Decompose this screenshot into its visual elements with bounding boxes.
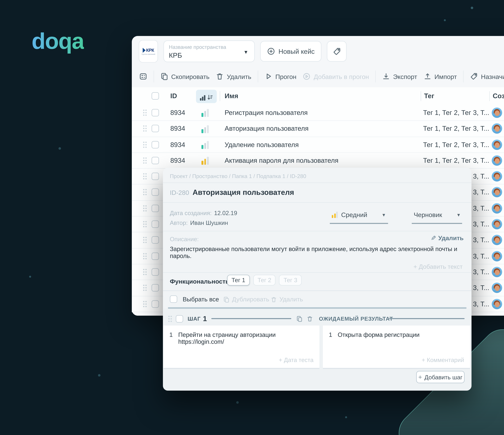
breadcrumb[interactable]: Проект / Пространство / Папка 1 / Подпап… [170, 173, 306, 179]
priority-bars-icon [201, 141, 208, 149]
import-button[interactable]: Импорт [423, 72, 457, 80]
window-chrome: КРК Группа компаний Название пространств… [132, 36, 504, 88]
row-checkbox[interactable] [152, 284, 159, 292]
row-checkbox[interactable] [152, 189, 159, 196]
status-dropdown[interactable]: Черновик ▼ [414, 211, 461, 218]
drag-handle-icon[interactable] [143, 284, 147, 292]
delete-button[interactable]: Удалить [216, 72, 251, 80]
table-row[interactable]: 8934 Регистрация пользователя Тег 1, Тег… [132, 105, 504, 121]
row-checkbox[interactable] [152, 205, 159, 212]
drag-handle-icon[interactable] [143, 220, 147, 228]
view-grid-button[interactable] [139, 72, 147, 80]
copy-icon [223, 296, 230, 303]
play-icon [264, 72, 272, 80]
new-case-label: Новый кейс [279, 48, 315, 55]
row-checkbox[interactable] [152, 173, 159, 180]
column-header-tag[interactable]: Тег [424, 87, 434, 105]
table-row[interactable]: 8934 Авторизация пользователя Тег 1, Тег… [132, 121, 504, 137]
row-name[interactable]: Активация пароля для пользователя [225, 153, 339, 168]
row-checkbox[interactable] [152, 109, 159, 116]
assign-tags-button[interactable]: Назначить Теги [470, 72, 504, 80]
drag-handle-icon[interactable] [143, 109, 147, 116]
priority-dropdown[interactable]: Средний ▼ [332, 211, 386, 218]
functionality-label: Функциональность: [170, 278, 231, 285]
add-text-button[interactable]: + Добавить текст [414, 263, 463, 270]
priority-bars-icon [201, 157, 208, 165]
tag-chip[interactable]: Тег 1 [227, 275, 250, 286]
column-header-name[interactable]: Имя [225, 87, 238, 105]
export-button[interactable]: Экспорт [382, 72, 417, 80]
step-label: ШАГ [188, 316, 201, 322]
row-checkbox[interactable] [152, 220, 159, 228]
column-header-id[interactable]: ID [170, 87, 177, 105]
expected-result-card[interactable]: 1 Открыта форма регистрации + Комментари… [323, 326, 470, 369]
column-header-creator[interactable]: Создатель [493, 87, 504, 105]
step-card[interactable]: 1 Перейти на страницу авторизации https:… [163, 326, 319, 369]
org-logo-subtext: Группа компаний [142, 53, 155, 55]
add-test-date-button[interactable]: + Дата теста [279, 357, 314, 364]
row-checkbox[interactable] [152, 141, 159, 148]
tag-chip[interactable]: Тег 2 [253, 275, 276, 286]
expected-row-number: 1 [329, 331, 332, 338]
delete-selected-label: Удалить [279, 296, 303, 303]
step-delete-button[interactable] [307, 315, 313, 324]
row-checkbox[interactable] [152, 236, 159, 244]
drag-handle-icon[interactable] [143, 157, 147, 164]
avatar [492, 155, 502, 166]
created-date-value: 12.02.19 [214, 210, 237, 217]
run-label: Прогон [275, 73, 297, 80]
new-case-button[interactable]: Новый кейс [260, 41, 322, 62]
chevron-down-icon: ▼ [243, 49, 248, 55]
drag-handle-icon[interactable] [143, 268, 147, 276]
drag-handle-icon[interactable] [143, 252, 147, 260]
space-select[interactable]: Название пространства КРБ ▼ [163, 41, 255, 62]
row-checkbox[interactable] [152, 268, 159, 276]
add-step-button[interactable]: + Добавить шаг [416, 371, 465, 383]
drag-handle-icon[interactable] [143, 300, 147, 307]
drag-handle-icon[interactable] [143, 189, 147, 196]
description-text[interactable]: Зарегистрированные пользователи могут во… [170, 246, 464, 259]
table-row[interactable]: 8934 Удаление пользователя Тег 1, Тег 2,… [132, 137, 504, 153]
copy-button[interactable]: Скопировать [160, 72, 209, 80]
column-divider [220, 91, 220, 101]
row-name[interactable]: Удаление пользователя [225, 137, 299, 152]
section-rule [168, 307, 467, 309]
drag-handle-icon[interactable] [143, 236, 147, 244]
drag-handle-icon[interactable] [143, 173, 147, 180]
row-checkbox[interactable] [152, 252, 159, 260]
tag-button[interactable] [327, 41, 347, 62]
tag-chip[interactable]: Тег 3 [279, 275, 302, 286]
case-title[interactable]: Авторизация пользователя [193, 188, 294, 196]
step-text[interactable]: Перейти на страницу авторизации https://… [178, 331, 314, 345]
drag-handle-icon[interactable] [143, 125, 147, 132]
drag-handle-icon[interactable] [143, 141, 147, 148]
row-name[interactable]: Авторизация пользователя [225, 121, 309, 136]
row-checkbox[interactable] [152, 125, 159, 132]
select-all-checkbox[interactable] [152, 92, 159, 100]
add-comment-button[interactable]: + Комментарий [422, 357, 464, 364]
chevron-down-icon: ▼ [382, 212, 386, 217]
select-all-steps-checkbox[interactable] [170, 296, 177, 303]
row-id: 8934 [170, 105, 185, 121]
avatar [492, 123, 502, 134]
row-checkbox[interactable] [152, 300, 159, 307]
add-step-label: Добавить шаг [424, 374, 462, 381]
org-logo-text: КРК [146, 48, 154, 52]
table-row[interactable]: 8934 Активация пароля для пользователя Т… [132, 153, 504, 169]
step-drag-handle-icon[interactable] [168, 315, 172, 322]
description-label: Описание: [170, 236, 199, 243]
step-copy-button[interactable] [296, 315, 303, 324]
expected-text[interactable]: Открыта форма регистрации [338, 331, 464, 338]
delete-description-button[interactable]: ✎Удалить [430, 234, 464, 242]
row-id: 8934 [170, 121, 185, 136]
step-checkbox[interactable] [176, 315, 183, 322]
row-name[interactable]: Регистрация пользователя [225, 105, 308, 121]
priority-sort-control[interactable] [196, 90, 217, 103]
sort-descending-icon [207, 94, 213, 101]
drag-handle-icon[interactable] [143, 205, 147, 212]
avatar [492, 299, 502, 309]
row-tags: Тег 1, Тег 2, Тег 3, Т... [423, 105, 489, 121]
priority-bars-icon [201, 109, 208, 117]
run-button[interactable]: Прогон [264, 72, 297, 80]
row-checkbox[interactable] [152, 157, 159, 164]
